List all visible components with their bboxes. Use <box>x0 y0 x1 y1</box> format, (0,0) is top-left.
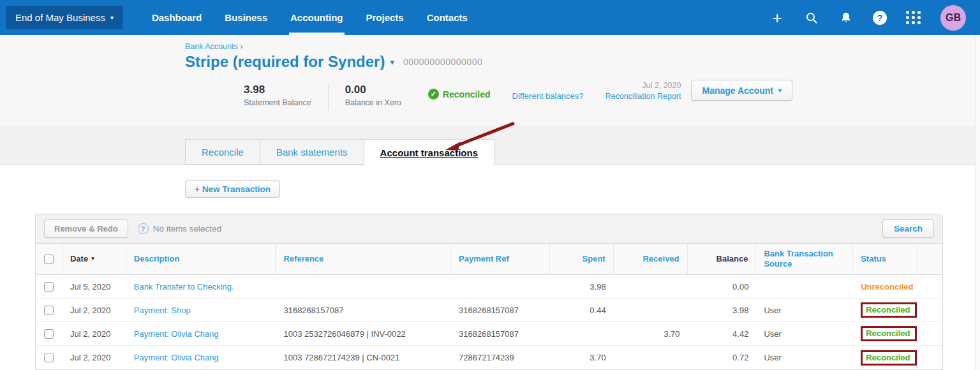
cell-bank-transaction-source: User <box>756 322 853 345</box>
cell-reference: 1003 2532726046879 | INV-0022 <box>276 322 451 345</box>
page-title: Stripe (required for Synder) <box>185 53 385 71</box>
cell-bank-transaction-source: User <box>756 346 853 369</box>
chevron-down-icon: ▾ <box>778 87 782 94</box>
xero-balance-value: 0.00 <box>345 84 401 96</box>
cell-reference <box>276 275 451 298</box>
notifications-bell-icon[interactable] <box>838 10 854 26</box>
manage-account-button[interactable]: Manage Account ▾ <box>691 80 792 101</box>
check-circle-icon: ✓ <box>428 89 439 100</box>
cell-received <box>614 346 688 369</box>
column-header-received[interactable]: Received <box>614 244 688 274</box>
tab-bank-statements[interactable]: Bank statements <box>260 139 364 165</box>
column-header-spent[interactable]: Spent <box>550 244 614 274</box>
cell-date: Jul 5, 2020 <box>63 275 126 298</box>
title-chevron-down-icon[interactable]: ▾ <box>390 57 394 67</box>
selection-status-text: No items selected <box>153 224 221 233</box>
annotation-highlight-box: Reconciled <box>861 302 916 318</box>
reconciled-status-badge: ✓ Reconciled <box>428 89 491 100</box>
cell-balance: 0.72 <box>688 346 757 369</box>
user-avatar[interactable]: GB <box>940 5 966 31</box>
help-icon[interactable]: ? <box>138 223 149 234</box>
reconciliation-report-link[interactable]: Reconciliation Report <box>605 92 681 101</box>
reconciled-label: Reconciled <box>443 89 491 100</box>
cell-date: Jul 2, 2020 <box>63 322 126 345</box>
nav-item-contacts[interactable]: Contacts <box>415 0 479 35</box>
status-badge: Reconciled <box>866 305 910 314</box>
different-balances-link[interactable]: Different balances? <box>512 91 584 101</box>
tab-reconcile[interactable]: Reconcile <box>185 139 260 165</box>
divider <box>328 84 329 110</box>
cell-spent: 3.98 <box>550 275 614 298</box>
transaction-description-link[interactable]: Payment: Olivia Chang <box>134 329 219 339</box>
table-row: Jul 2, 2020 Payment: Olivia Chang 1003 2… <box>36 322 942 346</box>
row-checkbox[interactable] <box>44 329 54 339</box>
status-badge: Unreconciled <box>861 282 913 292</box>
nav-item-accounting[interactable]: Accounting <box>279 0 355 35</box>
account-number: 000000000000000 <box>403 57 482 67</box>
column-header-status[interactable]: Status <box>853 244 918 274</box>
remove-redo-button[interactable]: Remove & Redo <box>44 219 128 238</box>
organisation-selector[interactable]: End of May Business ▾ <box>6 6 122 29</box>
table-row: Jul 2, 2020 Payment: Shop 3168268157087 … <box>36 299 942 322</box>
column-header-bank-transaction-source[interactable]: Bank Transaction Source <box>756 244 853 274</box>
table-row: Jul 2, 2020 Payment: Olivia Chang 1003 7… <box>36 346 942 369</box>
vertical-scrollbar[interactable] <box>975 35 980 370</box>
add-new-icon[interactable]: + <box>769 10 785 26</box>
cell-reference: 1003 728672174239 | CN-0021 <box>276 346 451 369</box>
cell-balance: 0.00 <box>688 275 757 298</box>
search-icon[interactable] <box>804 10 819 26</box>
cell-spent: 0.44 <box>550 299 614 322</box>
column-header-date[interactable]: Date ▾ <box>63 244 126 274</box>
account-transactions-panel: + New Transaction Remove & Redo ? No ite… <box>0 165 980 370</box>
tab-bar: Reconcile Bank statements Account transa… <box>0 139 980 165</box>
breadcrumb[interactable]: Bank Accounts › <box>185 42 980 51</box>
cell-received: 3.70 <box>614 322 688 345</box>
cell-bank-transaction-source <box>756 275 853 298</box>
transaction-description-link[interactable]: Bank Transfer to Checking. <box>134 282 234 292</box>
transactions-table: Remove & Redo ? No items selected Search… <box>35 214 943 370</box>
nav-item-projects[interactable]: Projects <box>355 0 415 35</box>
nav-item-business[interactable]: Business <box>213 0 279 35</box>
row-checkbox[interactable] <box>44 282 54 292</box>
help-icon[interactable]: ? <box>873 11 887 25</box>
top-navigation-bar: End of May Business ▾ Dashboard Business… <box>0 0 980 35</box>
status-badge: Reconciled <box>866 353 910 362</box>
table-toolbar: Remove & Redo ? No items selected Search <box>36 214 942 244</box>
cell-payment-ref: 3168268157087 <box>451 299 550 322</box>
statement-balance-label: Statement Balance <box>244 98 311 107</box>
row-checkbox[interactable] <box>44 353 54 362</box>
column-header-payment-ref[interactable]: Payment Ref <box>451 244 550 274</box>
transaction-description-link[interactable]: Payment: Shop <box>134 306 191 315</box>
tab-account-transactions[interactable]: Account transactions <box>364 139 494 165</box>
nav-item-dashboard[interactable]: Dashboard <box>140 0 213 35</box>
column-header-reference[interactable]: Reference <box>276 244 451 274</box>
cell-payment-ref: 3168268157087 <box>451 322 550 345</box>
annotation-highlight-box: Reconciled <box>861 350 916 366</box>
tab-zone: Reconcile Bank statements Account transa… <box>0 126 980 165</box>
column-header-empty <box>918 244 942 274</box>
cell-spent <box>550 322 614 345</box>
cell-received <box>614 275 688 298</box>
column-header-description[interactable]: Description <box>126 244 276 274</box>
cell-received <box>614 299 688 322</box>
cell-bank-transaction-source: User <box>756 299 853 322</box>
cell-payment-ref <box>451 275 550 298</box>
transaction-description-link[interactable]: Payment: Olivia Chang <box>134 353 219 362</box>
statement-balance-value: 3.98 <box>244 84 311 96</box>
cell-spent: 3.70 <box>550 346 614 369</box>
cell-reference: 3168268157087 <box>276 299 451 322</box>
cell-date: Jul 2, 2020 <box>63 346 126 369</box>
account-header: Bank Accounts › Stripe (required for Syn… <box>0 35 980 126</box>
xero-balance-label: Balance in Xero <box>345 98 401 107</box>
row-checkbox[interactable] <box>44 306 54 315</box>
select-all-checkbox[interactable] <box>44 255 54 264</box>
status-badge: Reconciled <box>866 329 910 338</box>
search-button[interactable]: Search <box>882 219 934 238</box>
app-launcher-icon[interactable] <box>906 11 921 24</box>
cell-payment-ref: 728672174239 <box>451 346 550 369</box>
nav-utility-icons: + ? GB <box>769 5 980 31</box>
column-header-balance[interactable]: Balance <box>688 244 757 274</box>
new-transaction-button[interactable]: + New Transaction <box>185 180 280 198</box>
table-body: Jul 5, 2020 Bank Transfer to Checking. 3… <box>36 275 942 369</box>
main-menu: Dashboard Business Accounting Projects C… <box>140 0 479 35</box>
